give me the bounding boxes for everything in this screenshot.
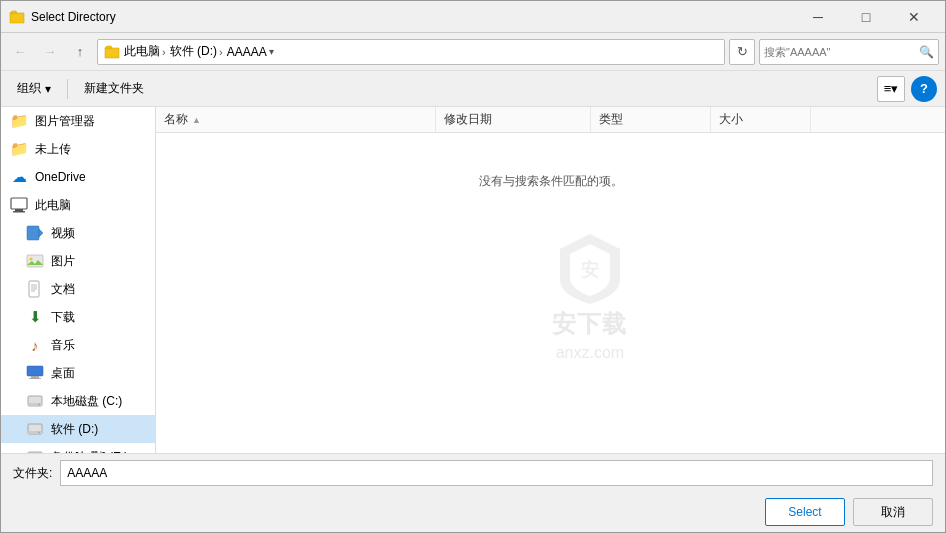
sidebar-item-label: 软件 (D:) <box>51 421 98 438</box>
sidebar-item-label: 未上传 <box>35 141 71 158</box>
watermark-text: 安下载 <box>552 308 627 340</box>
svg-rect-5 <box>27 255 43 267</box>
breadcrumb-item-pc[interactable]: 此电脑 › <box>124 43 166 60</box>
sidebar-item-photo-manager[interactable]: 📁 图片管理器 <box>1 107 155 135</box>
desktop-icon <box>25 363 45 383</box>
sidebar-item-label: 视频 <box>51 225 75 242</box>
svg-rect-2 <box>13 211 25 213</box>
svg-point-6 <box>30 258 33 261</box>
drive-icon <box>25 391 45 411</box>
select-button[interactable]: Select <box>765 498 845 526</box>
watermark: 安 安下载 anxz.com <box>550 224 630 362</box>
svg-rect-12 <box>27 366 43 376</box>
sidebar-item-label: 桌面 <box>51 365 75 382</box>
watermark-subtext: anxz.com <box>556 344 624 362</box>
back-button[interactable]: ← <box>7 39 33 65</box>
svg-point-17 <box>38 404 40 406</box>
svg-marker-4 <box>39 229 43 237</box>
breadcrumb-item-folder[interactable]: AAAAA ▾ <box>227 45 274 59</box>
content-area: 📁 图片管理器 📁 未上传 ☁ OneDrive 此电脑 <box>1 107 945 453</box>
sidebar-item-label: 音乐 <box>51 337 75 354</box>
sidebar-item-music[interactable]: ♪ 音乐 <box>1 331 155 359</box>
toolbar-separator <box>67 79 68 99</box>
column-header-date[interactable]: 修改日期 <box>436 107 591 132</box>
svg-text:安: 安 <box>580 259 599 280</box>
dialog-icon <box>9 9 25 25</box>
folder-row: 文件夹: <box>1 454 945 492</box>
button-row: Select 取消 <box>1 492 945 532</box>
new-folder-button[interactable]: 新建文件夹 <box>76 77 152 100</box>
documents-icon <box>25 279 45 299</box>
maximize-button[interactable]: □ <box>843 2 889 32</box>
sidebar-item-this-pc[interactable]: 此电脑 <box>1 191 155 219</box>
video-icon <box>25 223 45 243</box>
column-headers: 名称 ▲ 修改日期 类型 大小 <box>156 107 945 133</box>
computer-icon <box>9 195 29 215</box>
file-list: 名称 ▲ 修改日期 类型 大小 没有与搜索条件匹配的项。 <box>156 107 945 453</box>
svg-rect-3 <box>27 226 39 240</box>
window-controls: ─ □ ✕ <box>795 2 937 32</box>
pictures-icon <box>25 251 45 271</box>
sidebar-item-documents[interactable]: 文档 <box>1 275 155 303</box>
breadcrumb-icon <box>104 44 120 60</box>
sidebar-item-label: 图片管理器 <box>35 113 95 130</box>
cancel-button[interactable]: 取消 <box>853 498 933 526</box>
empty-message: 没有与搜索条件匹配的项。 <box>479 173 623 190</box>
music-icon: ♪ <box>25 335 45 355</box>
search-input[interactable] <box>764 46 919 58</box>
sidebar-item-label: OneDrive <box>35 170 86 184</box>
svg-rect-1 <box>15 209 23 211</box>
search-box[interactable]: 🔍 <box>759 39 939 65</box>
forward-button[interactable]: → <box>37 39 63 65</box>
view-toggle-button[interactable]: ≡ ▾ <box>877 76 905 102</box>
refresh-button[interactable]: ↻ <box>729 39 755 65</box>
search-icon: 🔍 <box>919 45 934 59</box>
cloud-icon: ☁ <box>9 167 29 187</box>
minimize-button[interactable]: ─ <box>795 2 841 32</box>
select-directory-dialog: Select Directory ─ □ ✕ ← → ↑ 此电脑 › 软件 (D… <box>0 0 946 533</box>
svg-rect-0 <box>11 198 27 209</box>
svg-rect-14 <box>29 378 41 379</box>
sidebar: 📁 图片管理器 📁 未上传 ☁ OneDrive 此电脑 <box>1 107 156 453</box>
svg-point-20 <box>38 432 40 434</box>
up-button[interactable]: ↑ <box>67 39 93 65</box>
download-icon: ⬇ <box>25 307 45 327</box>
title-bar: Select Directory ─ □ ✕ <box>1 1 945 33</box>
help-button[interactable]: ? <box>911 76 937 102</box>
address-bar: ← → ↑ 此电脑 › 软件 (D:) › AAAAA ▾ ↻ 🔍 <box>1 33 945 71</box>
sidebar-item-onedrive[interactable]: ☁ OneDrive <box>1 163 155 191</box>
sidebar-item-label: 本地磁盘 (C:) <box>51 393 122 410</box>
folder-input[interactable] <box>60 460 933 486</box>
svg-rect-13 <box>31 376 39 378</box>
sidebar-item-label: 此电脑 <box>35 197 71 214</box>
column-header-type[interactable]: 类型 <box>591 107 711 132</box>
organize-button[interactable]: 组织 ▾ <box>9 77 59 100</box>
sidebar-item-local-disk-c[interactable]: 本地磁盘 (C:) <box>1 387 155 415</box>
drive-icon <box>25 419 45 439</box>
close-button[interactable]: ✕ <box>891 2 937 32</box>
dialog-title: Select Directory <box>31 10 795 24</box>
bottom-area: 文件夹: Select 取消 <box>1 453 945 532</box>
folder-icon: 📁 <box>9 111 29 131</box>
folder-icon: 📁 <box>9 139 29 159</box>
sidebar-item-label: 图片 <box>51 253 75 270</box>
breadcrumb-item-drive[interactable]: 软件 (D:) › <box>170 43 223 60</box>
sidebar-item-desktop[interactable]: 桌面 <box>1 359 155 387</box>
folder-label: 文件夹: <box>13 465 52 482</box>
sidebar-item-label: 下载 <box>51 309 75 326</box>
toolbar-right: ≡ ▾ ? <box>877 76 937 102</box>
sidebar-item-not-uploaded[interactable]: 📁 未上传 <box>1 135 155 163</box>
sidebar-item-downloads[interactable]: ⬇ 下载 <box>1 303 155 331</box>
column-header-name[interactable]: 名称 ▲ <box>156 107 436 132</box>
sidebar-item-label: 文档 <box>51 281 75 298</box>
file-list-body: 没有与搜索条件匹配的项。 安 安下载 anxz.com <box>156 133 945 453</box>
column-header-size[interactable]: 大小 <box>711 107 811 132</box>
sidebar-item-video[interactable]: 视频 <box>1 219 155 247</box>
sidebar-item-software-d[interactable]: 软件 (D:) <box>1 415 155 443</box>
sidebar-item-backup-e[interactable]: 备份[勿删] (E:) <box>1 443 155 453</box>
sidebar-item-pictures[interactable]: 图片 <box>1 247 155 275</box>
toolbar: 组织 ▾ 新建文件夹 ≡ ▾ ? <box>1 71 945 107</box>
breadcrumb[interactable]: 此电脑 › 软件 (D:) › AAAAA ▾ <box>97 39 725 65</box>
